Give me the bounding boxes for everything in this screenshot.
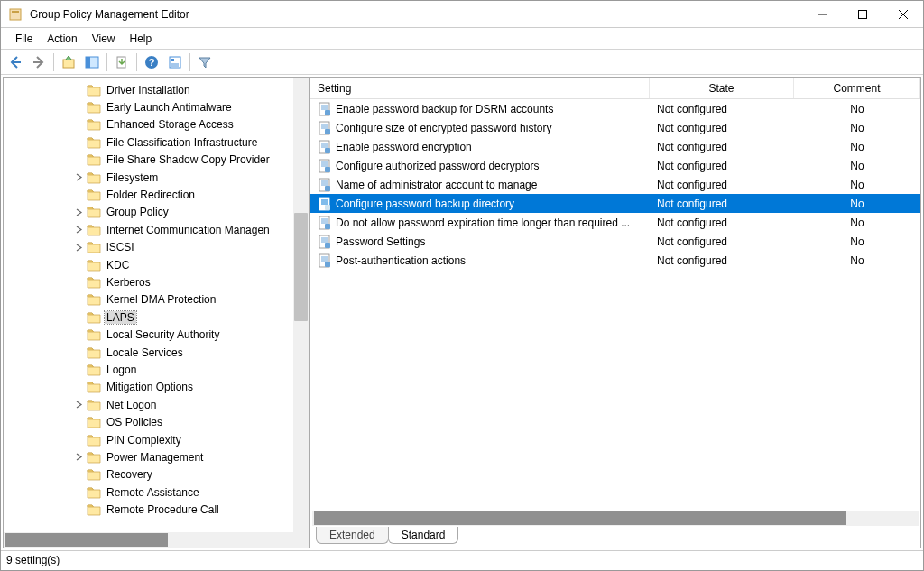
folder-icon <box>87 241 101 253</box>
toolbar-separator <box>106 53 107 71</box>
folder-icon <box>87 416 101 428</box>
tree-node-label: iSCSI <box>105 241 136 253</box>
tree-node[interactable]: File Classification Infrastructure <box>4 134 309 151</box>
close-button[interactable] <box>882 1 923 27</box>
tree-node[interactable]: Mitigation Options <box>4 379 309 396</box>
chevron-right-icon[interactable] <box>74 225 84 235</box>
properties-button[interactable] <box>164 51 186 73</box>
setting-row[interactable]: Name of administrator account to manageN… <box>310 175 920 194</box>
tree-node[interactable]: Early Launch Antimalware <box>4 98 309 115</box>
setting-row[interactable]: Configure authorized password decryptors… <box>310 156 920 175</box>
tree-node[interactable]: Recovery <box>4 466 309 484</box>
setting-name: Configure authorized password decryptors <box>336 160 539 172</box>
tree-node[interactable]: Local Security Authority <box>4 326 309 343</box>
tree-node[interactable]: Logon <box>4 361 309 378</box>
export-button[interactable] <box>111 51 133 73</box>
menu-file[interactable]: File <box>8 30 40 48</box>
tree-node-label: OS Policies <box>105 416 164 428</box>
toolbar-separator <box>189 53 190 71</box>
tree-node-label: Enhanced Storage Access <box>105 118 236 131</box>
help-button[interactable]: ? <box>141 51 162 73</box>
chevron-right-icon[interactable] <box>74 452 84 462</box>
setting-row[interactable]: Password SettingsNot configuredNo <box>310 232 920 251</box>
policy-setting-icon <box>318 140 332 154</box>
tree-horizontal-scrollbar[interactable] <box>4 532 309 548</box>
menu-view[interactable]: View <box>85 30 123 48</box>
chevron-right-icon[interactable] <box>74 400 84 410</box>
tree-node[interactable]: Remote Procedure Call <box>4 501 309 518</box>
tab-standard[interactable]: Standard <box>388 527 459 544</box>
tree-node[interactable]: File Share Shadow Copy Provider <box>4 152 309 169</box>
toolbar-separator <box>136 53 137 71</box>
setting-name: Do not allow password expiration time lo… <box>336 216 630 229</box>
setting-comment: No <box>794 179 920 191</box>
tree-node[interactable]: Internet Communication Managen <box>4 221 309 238</box>
menu-help[interactable]: Help <box>123 30 160 48</box>
tree-node[interactable]: KDC <box>4 256 309 273</box>
folder-icon <box>87 189 101 201</box>
folder-icon <box>87 503 101 516</box>
tree-node-label: Group Policy <box>105 206 171 218</box>
minimize-button[interactable] <box>801 1 842 27</box>
tree-node[interactable]: Net Logon <box>4 396 309 413</box>
filter-button[interactable] <box>194 51 216 73</box>
show-hide-tree-button[interactable] <box>81 51 103 73</box>
column-header-setting[interactable]: Setting <box>310 78 650 98</box>
svg-rect-0 <box>10 9 21 20</box>
chevron-right-icon[interactable] <box>74 207 84 217</box>
tree-node-label: Mitigation Options <box>105 381 195 393</box>
setting-row[interactable]: Enable password encryptionNot configured… <box>310 137 920 156</box>
tree-node[interactable]: Driver Installation <box>4 81 309 98</box>
chevron-right-icon[interactable] <box>74 172 84 182</box>
setting-state: Not configured <box>650 216 794 229</box>
setting-name: Name of administrator account to manage <box>336 179 537 191</box>
settings-list[interactable]: Enable password backup for DSRM accounts… <box>310 99 920 511</box>
tree-node[interactable]: Kerberos <box>4 273 309 290</box>
folder-tree[interactable]: Driver InstallationEarly Launch Antimalw… <box>4 78 309 522</box>
tab-extended[interactable]: Extended <box>316 527 389 544</box>
policy-setting-icon <box>318 216 332 230</box>
menu-action[interactable]: Action <box>40 30 84 48</box>
forward-button[interactable] <box>28 51 50 73</box>
tree-node[interactable]: PIN Complexity <box>4 431 309 448</box>
setting-row[interactable]: Configure password backup directoryNot c… <box>310 194 920 213</box>
list-header: Setting State Comment <box>310 78 920 99</box>
chevron-right-icon[interactable] <box>74 243 84 253</box>
policy-setting-icon <box>318 253 332 268</box>
setting-row[interactable]: Configure size of encrypted password his… <box>310 118 920 137</box>
setting-row[interactable]: Do not allow password expiration time lo… <box>310 213 920 232</box>
column-header-comment[interactable]: Comment <box>794 78 920 98</box>
folder-icon <box>87 399 101 411</box>
column-header-state[interactable]: State <box>650 78 794 98</box>
svg-rect-50 <box>325 224 330 229</box>
setting-row[interactable]: Post-authentication actionsNot configure… <box>310 251 920 270</box>
folder-icon <box>87 206 101 218</box>
setting-comment: No <box>794 122 920 134</box>
list-horizontal-scrollbar[interactable] <box>312 511 919 526</box>
tree-node-label: Early Launch Antimalware <box>105 101 234 114</box>
tree-node[interactable]: Power Management <box>4 448 309 465</box>
setting-state: Not configured <box>650 179 794 191</box>
tree-node[interactable]: iSCSI <box>4 239 309 256</box>
tree-node[interactable]: Folder Redirection <box>4 186 309 203</box>
folder-icon <box>87 346 101 359</box>
tree-node[interactable]: Group Policy <box>4 204 309 221</box>
setting-row[interactable]: Enable password backup for DSRM accounts… <box>310 99 920 118</box>
maximize-button[interactable] <box>842 1 882 27</box>
up-folder-button[interactable] <box>58 51 79 73</box>
tree-node[interactable]: Remote Assistance <box>4 484 309 501</box>
tree-node[interactable]: Kernel DMA Protection <box>4 291 309 309</box>
tree-node[interactable]: Enhanced Storage Access <box>4 116 309 134</box>
tree-node-label: Local Security Authority <box>105 328 221 341</box>
setting-state: Not configured <box>650 160 794 172</box>
tree-node[interactable]: LAPS <box>4 309 309 326</box>
tree-vertical-scrollbar[interactable] <box>293 78 309 532</box>
back-button[interactable] <box>5 51 26 73</box>
tree-node[interactable]: Locale Services <box>4 344 309 361</box>
setting-state: Not configured <box>650 254 794 267</box>
tree-node[interactable]: OS Policies <box>4 413 309 430</box>
svg-text:?: ? <box>149 57 155 68</box>
folder-icon <box>87 101 101 114</box>
tree-node-label: Net Logon <box>105 399 158 411</box>
tree-node[interactable]: Filesystem <box>4 169 309 186</box>
